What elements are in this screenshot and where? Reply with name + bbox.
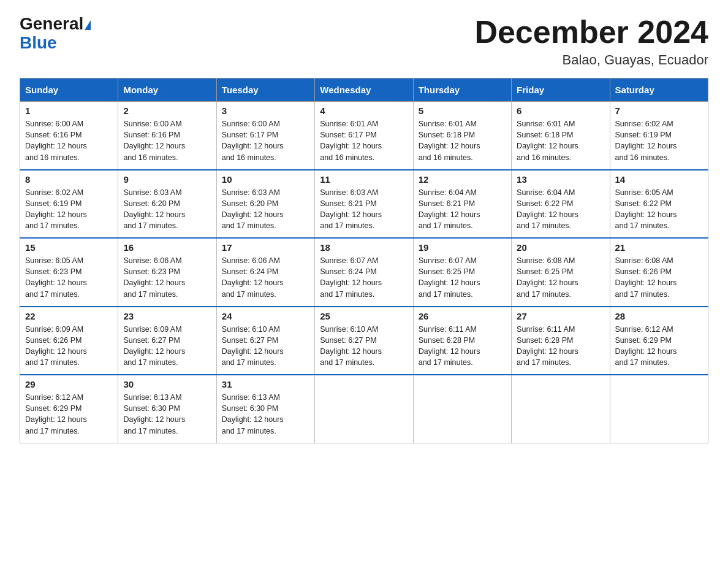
calendar-cell: 30Sunrise: 6:13 AMSunset: 6:30 PMDayligh… xyxy=(118,375,216,443)
day-info: Sunrise: 6:10 AMSunset: 6:27 PMDaylight:… xyxy=(222,324,309,369)
col-header-tuesday: Tuesday xyxy=(216,79,314,102)
logo-general: General xyxy=(20,14,83,33)
day-number: 28 xyxy=(615,311,703,321)
week-row-1: 1Sunrise: 6:00 AMSunset: 6:16 PMDaylight… xyxy=(20,102,708,170)
col-header-wednesday: Wednesday xyxy=(315,79,413,102)
day-info: Sunrise: 6:01 AMSunset: 6:17 PMDaylight:… xyxy=(320,118,408,163)
day-number: 12 xyxy=(419,174,506,185)
day-info: Sunrise: 6:00 AMSunset: 6:16 PMDaylight:… xyxy=(25,118,113,163)
day-info: Sunrise: 6:06 AMSunset: 6:24 PMDaylight:… xyxy=(222,255,309,300)
day-info: Sunrise: 6:07 AMSunset: 6:24 PMDaylight:… xyxy=(320,255,408,300)
week-row-5: 29Sunrise: 6:12 AMSunset: 6:29 PMDayligh… xyxy=(20,375,708,443)
day-info: Sunrise: 6:05 AMSunset: 6:22 PMDaylight:… xyxy=(615,187,703,232)
calendar-cell: 10Sunrise: 6:03 AMSunset: 6:20 PMDayligh… xyxy=(216,170,314,239)
calendar-cell: 17Sunrise: 6:06 AMSunset: 6:24 PMDayligh… xyxy=(216,238,314,307)
day-info: Sunrise: 6:02 AMSunset: 6:19 PMDaylight:… xyxy=(615,118,703,163)
day-number: 10 xyxy=(222,174,309,185)
calendar-cell: 22Sunrise: 6:09 AMSunset: 6:26 PMDayligh… xyxy=(20,307,118,375)
calendar-cell: 3Sunrise: 6:00 AMSunset: 6:17 PMDaylight… xyxy=(216,102,314,170)
day-info: Sunrise: 6:07 AMSunset: 6:25 PMDaylight:… xyxy=(419,255,506,300)
day-info: Sunrise: 6:13 AMSunset: 6:30 PMDaylight:… xyxy=(222,392,309,437)
day-number: 4 xyxy=(320,105,408,116)
day-number: 27 xyxy=(517,311,604,321)
calendar-cell: 27Sunrise: 6:11 AMSunset: 6:28 PMDayligh… xyxy=(512,307,610,375)
calendar-cell: 29Sunrise: 6:12 AMSunset: 6:29 PMDayligh… xyxy=(20,375,118,443)
month-title: December 2024 xyxy=(474,15,708,50)
calendar-cell: 11Sunrise: 6:03 AMSunset: 6:21 PMDayligh… xyxy=(315,170,413,239)
calendar-cell: 19Sunrise: 6:07 AMSunset: 6:25 PMDayligh… xyxy=(413,238,511,307)
day-info: Sunrise: 6:02 AMSunset: 6:19 PMDaylight:… xyxy=(25,187,113,232)
calendar-cell: 4Sunrise: 6:01 AMSunset: 6:17 PMDaylight… xyxy=(315,102,413,170)
week-row-3: 15Sunrise: 6:05 AMSunset: 6:23 PMDayligh… xyxy=(20,238,708,307)
day-number: 30 xyxy=(123,379,211,389)
day-info: Sunrise: 6:00 AMSunset: 6:16 PMDaylight:… xyxy=(123,118,211,163)
day-number: 13 xyxy=(517,174,604,185)
calendar-cell: 25Sunrise: 6:10 AMSunset: 6:27 PMDayligh… xyxy=(315,307,413,375)
day-number: 5 xyxy=(419,105,506,116)
day-number: 25 xyxy=(320,311,408,321)
day-number: 2 xyxy=(123,105,211,116)
day-info: Sunrise: 6:11 AMSunset: 6:28 PMDaylight:… xyxy=(419,324,506,369)
week-row-4: 22Sunrise: 6:09 AMSunset: 6:26 PMDayligh… xyxy=(20,307,708,375)
logo: General Blue xyxy=(20,15,91,53)
day-info: Sunrise: 6:01 AMSunset: 6:18 PMDaylight:… xyxy=(517,118,604,163)
calendar-cell: 6Sunrise: 6:01 AMSunset: 6:18 PMDaylight… xyxy=(512,102,610,170)
calendar-cell xyxy=(512,375,610,443)
day-number: 1 xyxy=(25,105,113,116)
day-info: Sunrise: 6:03 AMSunset: 6:20 PMDaylight:… xyxy=(222,187,309,232)
day-number: 31 xyxy=(222,379,309,389)
day-info: Sunrise: 6:09 AMSunset: 6:27 PMDaylight:… xyxy=(123,324,211,369)
day-number: 21 xyxy=(615,242,703,253)
day-info: Sunrise: 6:04 AMSunset: 6:22 PMDaylight:… xyxy=(517,187,604,232)
day-number: 22 xyxy=(25,311,113,321)
day-info: Sunrise: 6:01 AMSunset: 6:18 PMDaylight:… xyxy=(419,118,506,163)
calendar-cell: 12Sunrise: 6:04 AMSunset: 6:21 PMDayligh… xyxy=(413,170,511,239)
calendar-cell: 31Sunrise: 6:13 AMSunset: 6:30 PMDayligh… xyxy=(216,375,314,443)
calendar-cell: 5Sunrise: 6:01 AMSunset: 6:18 PMDaylight… xyxy=(413,102,511,170)
calendar-cell: 16Sunrise: 6:06 AMSunset: 6:23 PMDayligh… xyxy=(118,238,216,307)
calendar-header-row: SundayMondayTuesdayWednesdayThursdayFrid… xyxy=(20,79,708,102)
calendar-cell: 15Sunrise: 6:05 AMSunset: 6:23 PMDayligh… xyxy=(20,238,118,307)
logo-triangle-icon xyxy=(85,20,91,30)
calendar-cell: 13Sunrise: 6:04 AMSunset: 6:22 PMDayligh… xyxy=(512,170,610,239)
calendar-cell: 7Sunrise: 6:02 AMSunset: 6:19 PMDaylight… xyxy=(610,102,708,170)
calendar-cell xyxy=(413,375,511,443)
title-block: December 2024 Balao, Guayas, Ecuador xyxy=(474,15,708,68)
calendar-cell: 20Sunrise: 6:08 AMSunset: 6:25 PMDayligh… xyxy=(512,238,610,307)
day-info: Sunrise: 6:08 AMSunset: 6:25 PMDaylight:… xyxy=(517,255,604,300)
calendar-cell: 8Sunrise: 6:02 AMSunset: 6:19 PMDaylight… xyxy=(20,170,118,239)
col-header-friday: Friday xyxy=(512,79,610,102)
day-info: Sunrise: 6:11 AMSunset: 6:28 PMDaylight:… xyxy=(517,324,604,369)
day-number: 16 xyxy=(123,242,211,253)
day-number: 7 xyxy=(615,105,703,116)
day-number: 19 xyxy=(419,242,506,253)
day-info: Sunrise: 6:03 AMSunset: 6:20 PMDaylight:… xyxy=(123,187,211,232)
day-number: 11 xyxy=(320,174,408,185)
calendar-cell: 1Sunrise: 6:00 AMSunset: 6:16 PMDaylight… xyxy=(20,102,118,170)
day-info: Sunrise: 6:03 AMSunset: 6:21 PMDaylight:… xyxy=(320,187,408,232)
day-number: 24 xyxy=(222,311,309,321)
calendar-cell: 26Sunrise: 6:11 AMSunset: 6:28 PMDayligh… xyxy=(413,307,511,375)
col-header-sunday: Sunday xyxy=(20,79,118,102)
day-info: Sunrise: 6:00 AMSunset: 6:17 PMDaylight:… xyxy=(222,118,309,163)
col-header-monday: Monday xyxy=(118,79,216,102)
calendar-cell xyxy=(610,375,708,443)
day-info: Sunrise: 6:06 AMSunset: 6:23 PMDaylight:… xyxy=(123,255,211,300)
day-info: Sunrise: 6:10 AMSunset: 6:27 PMDaylight:… xyxy=(320,324,408,369)
day-number: 29 xyxy=(25,379,113,389)
col-header-thursday: Thursday xyxy=(413,79,511,102)
day-number: 17 xyxy=(222,242,309,253)
day-number: 20 xyxy=(517,242,604,253)
day-info: Sunrise: 6:12 AMSunset: 6:29 PMDaylight:… xyxy=(615,324,703,369)
calendar-cell xyxy=(315,375,413,443)
calendar-cell: 23Sunrise: 6:09 AMSunset: 6:27 PMDayligh… xyxy=(118,307,216,375)
logo-blue: Blue xyxy=(20,33,57,52)
day-number: 6 xyxy=(517,105,604,116)
day-number: 23 xyxy=(123,311,211,321)
calendar-table: SundayMondayTuesdayWednesdayThursdayFrid… xyxy=(20,78,708,443)
day-number: 18 xyxy=(320,242,408,253)
day-number: 26 xyxy=(419,311,506,321)
calendar-cell: 21Sunrise: 6:08 AMSunset: 6:26 PMDayligh… xyxy=(610,238,708,307)
calendar-cell: 14Sunrise: 6:05 AMSunset: 6:22 PMDayligh… xyxy=(610,170,708,239)
col-header-saturday: Saturday xyxy=(610,79,708,102)
